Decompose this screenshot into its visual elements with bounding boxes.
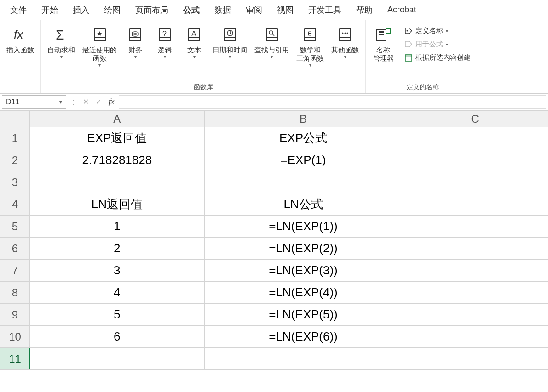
spreadsheet-grid[interactable]: A B C 1EXP返回值EXP公式22.718281828=EXP(1)34L… <box>0 110 548 392</box>
chevron-down-icon: ▾ <box>271 54 273 60</box>
cell-A6[interactable]: 2 <box>29 238 204 260</box>
svg-rect-13 <box>189 38 200 40</box>
cell-B1[interactable]: EXP公式 <box>204 127 402 149</box>
cell-C10[interactable] <box>402 326 548 348</box>
logical-button[interactable]: ? 逻辑▾ <box>151 24 179 62</box>
menu-page-layout[interactable]: 页面布局 <box>129 2 175 18</box>
cell-C3[interactable] <box>402 171 548 193</box>
cell-C8[interactable] <box>402 282 548 304</box>
row-header-6[interactable]: 6 <box>0 238 30 260</box>
define-name-button[interactable]: 定义名称 ▾ <box>403 26 473 36</box>
more-functions-label: 其他函数 <box>331 46 359 54</box>
menu-file[interactable]: 文件 <box>4 2 33 18</box>
cell-B9[interactable]: =LN(EXP(5)) <box>204 304 402 326</box>
chevron-down-icon: ▾ <box>344 54 346 60</box>
cell-C7[interactable] <box>402 260 548 282</box>
cell-A8[interactable]: 4 <box>29 282 204 304</box>
cell-B3[interactable] <box>204 171 402 193</box>
cell-C6[interactable] <box>402 238 548 260</box>
cancel-formula-icon[interactable]: ✕ <box>80 97 91 108</box>
menu-insert[interactable]: 插入 <box>66 2 96 18</box>
cell-A1[interactable]: EXP返回值 <box>29 127 204 149</box>
cell-B11[interactable] <box>204 348 402 370</box>
define-name-label: 定义名称 <box>415 27 443 35</box>
math-trig-button[interactable]: θ 数学和 三角函数▾ <box>294 24 327 70</box>
column-header-A[interactable]: A <box>29 111 204 127</box>
menu-help[interactable]: 帮助 <box>350 2 379 18</box>
ribbon-group-empty <box>480 20 548 93</box>
row-header-11[interactable]: 11 <box>0 348 30 370</box>
more-functions-button[interactable]: 其他函数▾ <box>329 24 362 62</box>
name-box-value: D11 <box>6 98 19 106</box>
cell-B6[interactable]: =LN(EXP(2)) <box>204 238 402 260</box>
row-header-10[interactable]: 10 <box>0 326 30 348</box>
menu-home[interactable]: 开始 <box>35 2 64 18</box>
menu-developer[interactable]: 开发工具 <box>302 2 348 18</box>
menu-view[interactable]: 视图 <box>271 2 300 18</box>
cell-C9[interactable] <box>402 304 548 326</box>
create-from-selection-label: 根据所选内容创建 <box>415 53 471 62</box>
menu-formulas[interactable]: 公式 <box>177 2 206 18</box>
datetime-button[interactable]: 日期和时间▾ <box>210 24 250 62</box>
cell-B5[interactable]: =LN(EXP(1)) <box>204 216 402 238</box>
cell-A10[interactable]: 6 <box>29 326 204 348</box>
svg-point-26 <box>342 33 344 34</box>
cell-B7[interactable]: =LN(EXP(3)) <box>204 260 402 282</box>
cell-A5[interactable]: 1 <box>29 216 204 238</box>
cell-C5[interactable] <box>402 216 548 238</box>
svg-text:★: ★ <box>97 30 103 37</box>
menu-data[interactable]: 数据 <box>208 2 237 18</box>
row-header-4[interactable]: 4 <box>0 193 30 216</box>
row-header-3[interactable]: 3 <box>0 171 30 193</box>
insert-function-button[interactable]: fx 插入函数 <box>4 24 37 56</box>
fx-icon[interactable]: fx <box>106 97 117 108</box>
formula-bar: D11 ▾ ⋮ ✕ ✓ fx <box>0 94 548 110</box>
formula-input[interactable] <box>119 95 546 109</box>
svg-text:A: A <box>191 30 196 38</box>
name-manager-button[interactable]: 名称 管理器 <box>369 24 397 64</box>
menu-review[interactable]: 审阅 <box>239 2 269 18</box>
cell-B10[interactable]: =LN(EXP(6)) <box>204 326 402 348</box>
row-header-1[interactable]: 1 <box>0 127 30 149</box>
column-header-C[interactable]: C <box>402 111 548 127</box>
cell-B4[interactable]: LN公式 <box>204 193 402 216</box>
cell-A3[interactable] <box>29 171 204 193</box>
name-box[interactable]: D11 ▾ <box>2 95 66 109</box>
text-button[interactable]: A 文本▾ <box>180 24 208 62</box>
menu-draw[interactable]: 绘图 <box>98 2 127 18</box>
column-header-B[interactable]: B <box>204 111 402 127</box>
cell-C11[interactable] <box>402 348 548 370</box>
row-header-2[interactable]: 2 <box>0 149 30 171</box>
svg-rect-32 <box>386 28 391 33</box>
ribbon-group-function-library: Σ 自动求和▾ ★ 最近使用的 函数▾ 财务▾ ? 逻辑▾ A 文本▾ 日期和时 <box>41 20 366 93</box>
chevron-down-icon: ▾ <box>59 99 62 105</box>
cell-C2[interactable] <box>402 149 548 171</box>
cell-A4[interactable]: LN返回值 <box>29 193 204 216</box>
accept-formula-icon[interactable]: ✓ <box>93 97 104 108</box>
recent-functions-label: 最近使用的 函数 <box>82 46 117 62</box>
financial-button[interactable]: 财务▾ <box>121 24 149 62</box>
cell-C4[interactable] <box>402 193 548 216</box>
cell-A9[interactable]: 5 <box>29 304 204 326</box>
cell-A7[interactable]: 3 <box>29 260 204 282</box>
cell-C1[interactable] <box>402 127 548 149</box>
svg-point-28 <box>347 33 348 34</box>
create-from-selection-button[interactable]: 根据所选内容创建 <box>403 52 473 63</box>
row-header-5[interactable]: 5 <box>0 216 30 238</box>
clock-book-icon <box>221 26 239 44</box>
svg-text:θ: θ <box>308 30 312 38</box>
cell-A2[interactable]: 2.718281828 <box>29 149 204 171</box>
row-header-8[interactable]: 8 <box>0 282 30 304</box>
autosum-button[interactable]: Σ 自动求和▾ <box>45 24 78 62</box>
row-header-7[interactable]: 7 <box>0 260 30 282</box>
cell-B8[interactable]: =LN(EXP(4)) <box>204 282 402 304</box>
cell-A11[interactable] <box>29 348 204 370</box>
row-header-9[interactable]: 9 <box>0 304 30 326</box>
cell-B2[interactable]: =EXP(1) <box>204 149 402 171</box>
recent-functions-button[interactable]: ★ 最近使用的 函数▾ <box>80 24 120 70</box>
lookup-button[interactable]: 查找与引用▾ <box>252 24 292 62</box>
menu-acrobat[interactable]: Acrobat <box>381 2 422 17</box>
select-all-corner[interactable] <box>0 111 30 127</box>
chevron-down-icon: ▾ <box>164 54 166 60</box>
dots-book-icon <box>336 26 354 44</box>
